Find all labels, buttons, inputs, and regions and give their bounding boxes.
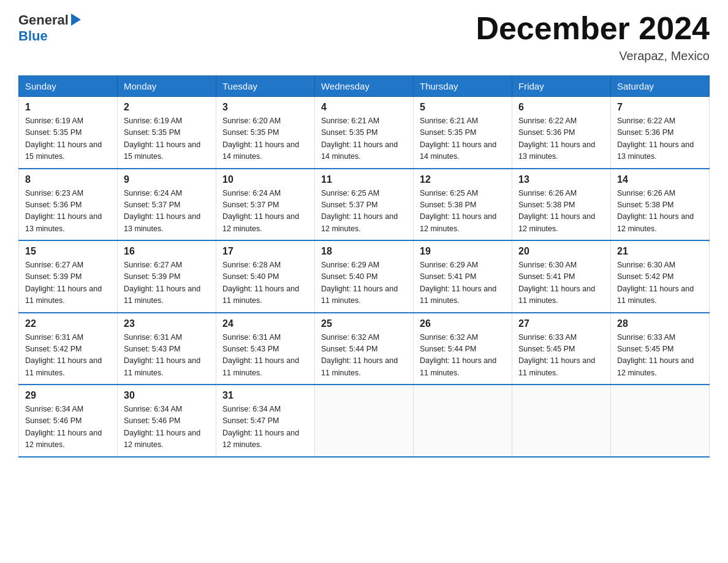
day-info: Sunrise: 6:30 AMSunset: 5:41 PMDaylight:… bbox=[518, 261, 595, 305]
day-number: 11 bbox=[321, 174, 407, 185]
calendar-week-row: 8 Sunrise: 6:23 AMSunset: 5:36 PMDayligh… bbox=[19, 169, 710, 241]
calendar-cell: 2 Sunrise: 6:19 AMSunset: 5:35 PMDayligh… bbox=[118, 97, 216, 169]
calendar-cell: 11 Sunrise: 6:25 AMSunset: 5:37 PMDaylig… bbox=[315, 169, 414, 241]
day-number: 13 bbox=[518, 174, 604, 185]
day-info: Sunrise: 6:27 AMSunset: 5:39 PMDaylight:… bbox=[25, 261, 102, 305]
calendar-cell: 22 Sunrise: 6:31 AMSunset: 5:42 PMDaylig… bbox=[19, 313, 118, 385]
day-info: Sunrise: 6:20 AMSunset: 5:35 PMDaylight:… bbox=[222, 117, 299, 161]
day-number: 12 bbox=[420, 174, 506, 185]
day-number: 8 bbox=[25, 174, 111, 185]
calendar-cell: 17 Sunrise: 6:28 AMSunset: 5:40 PMDaylig… bbox=[216, 240, 315, 313]
day-info: Sunrise: 6:26 AMSunset: 5:38 PMDaylight:… bbox=[518, 189, 595, 233]
logo-arrow-icon bbox=[71, 13, 81, 26]
day-number: 5 bbox=[420, 102, 506, 113]
day-info: Sunrise: 6:34 AMSunset: 5:46 PMDaylight:… bbox=[124, 405, 200, 449]
day-number: 30 bbox=[124, 390, 210, 401]
day-number: 7 bbox=[617, 102, 703, 113]
calendar-cell: 25 Sunrise: 6:32 AMSunset: 5:44 PMDaylig… bbox=[315, 313, 414, 385]
day-info: Sunrise: 6:24 AMSunset: 5:37 PMDaylight:… bbox=[124, 189, 200, 233]
calendar-cell: 15 Sunrise: 6:27 AMSunset: 5:39 PMDaylig… bbox=[19, 240, 118, 313]
day-number: 6 bbox=[518, 102, 604, 113]
day-number: 17 bbox=[222, 246, 308, 257]
weekday-header-monday: Monday bbox=[118, 76, 216, 97]
day-info: Sunrise: 6:33 AMSunset: 5:45 PMDaylight:… bbox=[617, 333, 694, 377]
day-number: 24 bbox=[222, 318, 308, 329]
calendar-week-row: 29 Sunrise: 6:34 AMSunset: 5:46 PMDaylig… bbox=[19, 385, 710, 457]
calendar-cell: 27 Sunrise: 6:33 AMSunset: 5:45 PMDaylig… bbox=[512, 313, 611, 385]
calendar-cell: 7 Sunrise: 6:22 AMSunset: 5:36 PMDayligh… bbox=[611, 97, 710, 169]
calendar-cell: 14 Sunrise: 6:26 AMSunset: 5:38 PMDaylig… bbox=[611, 169, 710, 241]
calendar-cell: 28 Sunrise: 6:33 AMSunset: 5:45 PMDaylig… bbox=[611, 313, 710, 385]
logo: General Blue bbox=[18, 12, 81, 45]
weekday-header-row: SundayMondayTuesdayWednesdayThursdayFrid… bbox=[19, 76, 710, 97]
calendar-cell: 24 Sunrise: 6:31 AMSunset: 5:43 PMDaylig… bbox=[216, 313, 315, 385]
day-info: Sunrise: 6:29 AMSunset: 5:41 PMDaylight:… bbox=[420, 261, 496, 305]
month-title: December 2024 bbox=[476, 12, 710, 44]
day-number: 26 bbox=[420, 318, 506, 329]
logo-blue-text: Blue bbox=[18, 28, 48, 44]
calendar-cell: 26 Sunrise: 6:32 AMSunset: 5:44 PMDaylig… bbox=[414, 313, 512, 385]
calendar-cell: 1 Sunrise: 6:19 AMSunset: 5:35 PMDayligh… bbox=[19, 97, 118, 169]
day-info: Sunrise: 6:32 AMSunset: 5:44 PMDaylight:… bbox=[420, 333, 496, 377]
day-info: Sunrise: 6:27 AMSunset: 5:39 PMDaylight:… bbox=[124, 261, 200, 305]
calendar-cell: 29 Sunrise: 6:34 AMSunset: 5:46 PMDaylig… bbox=[19, 385, 118, 457]
calendar-cell bbox=[414, 385, 512, 457]
calendar-cell bbox=[512, 385, 611, 457]
day-info: Sunrise: 6:21 AMSunset: 5:35 PMDaylight:… bbox=[420, 117, 496, 161]
day-number: 23 bbox=[124, 318, 210, 329]
logo-general-text: General bbox=[18, 12, 69, 28]
day-info: Sunrise: 6:22 AMSunset: 5:36 PMDaylight:… bbox=[518, 117, 595, 161]
calendar-cell: 10 Sunrise: 6:24 AMSunset: 5:37 PMDaylig… bbox=[216, 169, 315, 241]
weekday-header-saturday: Saturday bbox=[611, 76, 710, 97]
weekday-header-tuesday: Tuesday bbox=[216, 76, 315, 97]
calendar-cell: 21 Sunrise: 6:30 AMSunset: 5:42 PMDaylig… bbox=[611, 240, 710, 313]
calendar-cell: 5 Sunrise: 6:21 AMSunset: 5:35 PMDayligh… bbox=[414, 97, 512, 169]
weekday-header-wednesday: Wednesday bbox=[315, 76, 414, 97]
day-number: 21 bbox=[617, 246, 703, 257]
day-number: 28 bbox=[617, 318, 703, 329]
calendar-cell: 20 Sunrise: 6:30 AMSunset: 5:41 PMDaylig… bbox=[512, 240, 611, 313]
day-number: 19 bbox=[420, 246, 506, 257]
calendar-cell: 9 Sunrise: 6:24 AMSunset: 5:37 PMDayligh… bbox=[118, 169, 216, 241]
calendar-cell: 12 Sunrise: 6:25 AMSunset: 5:38 PMDaylig… bbox=[414, 169, 512, 241]
day-info: Sunrise: 6:23 AMSunset: 5:36 PMDaylight:… bbox=[25, 189, 102, 233]
day-number: 29 bbox=[25, 390, 111, 401]
day-info: Sunrise: 6:31 AMSunset: 5:43 PMDaylight:… bbox=[222, 333, 299, 377]
page-header: General Blue December 2024 Verapaz, Mexi… bbox=[18, 12, 710, 63]
day-info: Sunrise: 6:28 AMSunset: 5:40 PMDaylight:… bbox=[222, 261, 299, 305]
calendar-week-row: 15 Sunrise: 6:27 AMSunset: 5:39 PMDaylig… bbox=[19, 240, 710, 313]
calendar-cell: 4 Sunrise: 6:21 AMSunset: 5:35 PMDayligh… bbox=[315, 97, 414, 169]
day-info: Sunrise: 6:22 AMSunset: 5:36 PMDaylight:… bbox=[617, 117, 694, 161]
calendar-cell: 30 Sunrise: 6:34 AMSunset: 5:46 PMDaylig… bbox=[118, 385, 216, 457]
calendar-cell: 13 Sunrise: 6:26 AMSunset: 5:38 PMDaylig… bbox=[512, 169, 611, 241]
calendar-cell: 3 Sunrise: 6:20 AMSunset: 5:35 PMDayligh… bbox=[216, 97, 315, 169]
day-number: 18 bbox=[321, 246, 407, 257]
weekday-header-friday: Friday bbox=[512, 76, 611, 97]
day-number: 10 bbox=[222, 174, 308, 185]
calendar-cell: 18 Sunrise: 6:29 AMSunset: 5:40 PMDaylig… bbox=[315, 240, 414, 313]
calendar-cell: 31 Sunrise: 6:34 AMSunset: 5:47 PMDaylig… bbox=[216, 385, 315, 457]
day-number: 16 bbox=[124, 246, 210, 257]
calendar-cell: 19 Sunrise: 6:29 AMSunset: 5:41 PMDaylig… bbox=[414, 240, 512, 313]
calendar-week-row: 22 Sunrise: 6:31 AMSunset: 5:42 PMDaylig… bbox=[19, 313, 710, 385]
calendar-cell: 23 Sunrise: 6:31 AMSunset: 5:43 PMDaylig… bbox=[118, 313, 216, 385]
calendar-cell: 16 Sunrise: 6:27 AMSunset: 5:39 PMDaylig… bbox=[118, 240, 216, 313]
calendar-cell bbox=[315, 385, 414, 457]
day-info: Sunrise: 6:33 AMSunset: 5:45 PMDaylight:… bbox=[518, 333, 595, 377]
day-info: Sunrise: 6:34 AMSunset: 5:46 PMDaylight:… bbox=[25, 405, 102, 449]
day-info: Sunrise: 6:31 AMSunset: 5:43 PMDaylight:… bbox=[124, 333, 200, 377]
day-number: 22 bbox=[25, 318, 111, 329]
day-number: 27 bbox=[518, 318, 604, 329]
day-info: Sunrise: 6:26 AMSunset: 5:38 PMDaylight:… bbox=[617, 189, 694, 233]
calendar-table: SundayMondayTuesdayWednesdayThursdayFrid… bbox=[18, 75, 710, 458]
weekday-header-sunday: Sunday bbox=[19, 76, 118, 97]
weekday-header-thursday: Thursday bbox=[414, 76, 512, 97]
day-info: Sunrise: 6:32 AMSunset: 5:44 PMDaylight:… bbox=[321, 333, 398, 377]
calendar-cell bbox=[611, 385, 710, 457]
day-info: Sunrise: 6:19 AMSunset: 5:35 PMDaylight:… bbox=[124, 117, 200, 161]
day-number: 9 bbox=[124, 174, 210, 185]
day-info: Sunrise: 6:24 AMSunset: 5:37 PMDaylight:… bbox=[222, 189, 299, 233]
day-number: 14 bbox=[617, 174, 703, 185]
day-info: Sunrise: 6:25 AMSunset: 5:37 PMDaylight:… bbox=[321, 189, 398, 233]
day-number: 1 bbox=[25, 102, 111, 113]
